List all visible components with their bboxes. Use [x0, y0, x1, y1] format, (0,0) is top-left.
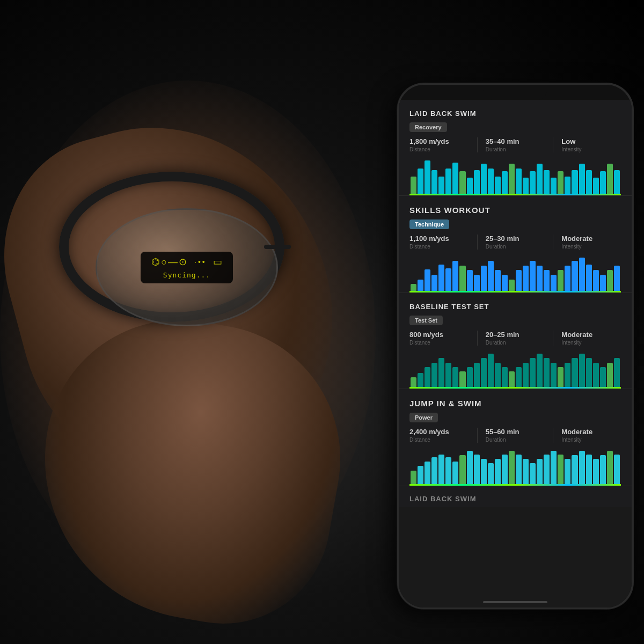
chart-bar	[530, 463, 536, 486]
chart-bar	[438, 265, 444, 292]
chart-bar	[452, 261, 458, 292]
chart-bar	[452, 163, 458, 195]
chart-bar	[481, 358, 487, 389]
chart-bar	[572, 170, 577, 195]
stat-value-duration-3: 20–25 min	[486, 331, 545, 339]
goggle-lens: ⌬○—⊙ ·•• ▭ Syncing...	[96, 208, 278, 326]
phone: LAID BACK SWIM Recovery 1,800 m/yds Dist…	[397, 83, 633, 609]
stat-label-intensity-4: Intensity	[561, 437, 621, 443]
chart-bar	[509, 280, 515, 292]
chart-4	[409, 448, 621, 486]
chart-bar	[607, 451, 613, 486]
chart-bar	[502, 275, 508, 292]
chart-bar	[537, 266, 543, 292]
chart-bar	[586, 358, 592, 389]
tag-recovery: Recovery	[409, 122, 447, 132]
chart-bar	[459, 266, 465, 292]
tag-test: Test Set	[409, 316, 443, 325]
stat-duration-4: 55–60 min Duration	[486, 428, 554, 443]
stat-label-distance-3: Distance	[409, 340, 469, 346]
goggle-device: ⌬○—⊙ ·•• ▭ Syncing...	[54, 166, 295, 338]
chart-bar	[586, 170, 592, 195]
tag-technique: Technique	[409, 219, 449, 229]
stat-label-duration-3: Duration	[486, 340, 545, 346]
stat-label-duration-2: Duration	[486, 244, 545, 250]
chart-bar	[544, 170, 550, 195]
card-stats-3: 800 m/yds Distance 20–25 min Duration Mo…	[409, 331, 621, 346]
chart-bar	[579, 258, 585, 292]
chart-bar	[438, 358, 444, 389]
chart-bar	[600, 367, 606, 389]
chart-bar	[474, 455, 480, 486]
chart-bar	[459, 371, 465, 389]
chart-bar	[551, 275, 557, 292]
stat-value-intensity-3: Moderate	[561, 331, 621, 339]
chart-bar	[488, 463, 494, 486]
chart-bar	[418, 169, 423, 195]
chart-bar	[572, 261, 577, 292]
chart-bar	[600, 171, 606, 195]
chart-bar	[516, 367, 522, 389]
chart-2	[409, 255, 621, 292]
chart-bar	[516, 455, 522, 486]
chart-bar	[495, 363, 501, 389]
stat-value-intensity-2: Moderate	[561, 235, 621, 243]
chart-bar	[459, 455, 465, 486]
chart-bar	[411, 377, 416, 389]
chart-bar	[467, 270, 473, 292]
chart-bar	[600, 455, 606, 486]
stat-intensity-4: Moderate Intensity	[561, 428, 621, 443]
chart-bar	[607, 164, 613, 195]
chart-bar	[614, 170, 620, 195]
stat-intensity-2: Moderate Intensity	[561, 235, 621, 250]
chart-bar	[516, 270, 522, 292]
tag-power: Power	[409, 413, 438, 422]
chart-bar	[565, 177, 570, 195]
chart-bar	[495, 177, 501, 195]
chart-bar	[558, 455, 564, 486]
chart-bar	[467, 178, 473, 195]
card-title-5: LAID BACK SWIM	[409, 495, 621, 503]
chart-bar	[558, 270, 564, 292]
home-indicator	[483, 601, 547, 603]
chart-bar	[495, 459, 501, 486]
chart-bar	[438, 455, 444, 486]
chart-bar	[495, 270, 501, 292]
stat-label-intensity-1: Intensity	[561, 147, 621, 152]
stat-label-distance-4: Distance	[409, 437, 469, 443]
chart-bar	[445, 169, 451, 195]
chart-bar	[537, 354, 543, 389]
chart-bar	[544, 358, 550, 389]
phone-icon: ▭	[213, 256, 222, 268]
chart-bar	[431, 457, 437, 486]
card-stats-2: 1,100 m/yds Distance 25–30 min Duration …	[409, 235, 621, 250]
chart-bar	[425, 367, 430, 389]
stat-distance-3: 800 m/yds Distance	[409, 331, 478, 346]
chart-bar	[565, 363, 570, 389]
chart-bar	[431, 170, 437, 195]
chart-bar	[537, 459, 543, 486]
chart-bar	[452, 367, 458, 389]
chart-bar	[411, 471, 416, 486]
stat-value-intensity-1: Low	[561, 137, 621, 145]
chart-bar	[509, 164, 515, 195]
chart-bar	[502, 455, 508, 486]
chart-bar	[530, 358, 536, 389]
stat-value-duration-1: 35–40 min	[486, 137, 545, 145]
chart-bar	[544, 270, 550, 292]
workout-card-4: JUMP IN & SWIM Power 2,400 m/yds Distanc…	[399, 389, 632, 486]
chart-bar	[565, 266, 570, 292]
chart-bar	[481, 459, 487, 486]
stat-value-distance-3: 800 m/yds	[409, 331, 469, 339]
chart-bar	[467, 451, 473, 486]
chart-bar	[509, 451, 515, 486]
chart-bar	[445, 268, 451, 292]
stat-value-duration-4: 55–60 min	[486, 428, 545, 436]
chart-bar	[474, 363, 480, 389]
stat-distance-4: 2,400 m/yds Distance	[409, 428, 478, 443]
chart-bar	[614, 266, 620, 292]
chart-bar	[452, 462, 458, 486]
chart-bar	[586, 455, 592, 486]
stat-distance-1: 1,800 m/yds Distance	[409, 137, 478, 152]
chart-bar	[523, 363, 529, 389]
